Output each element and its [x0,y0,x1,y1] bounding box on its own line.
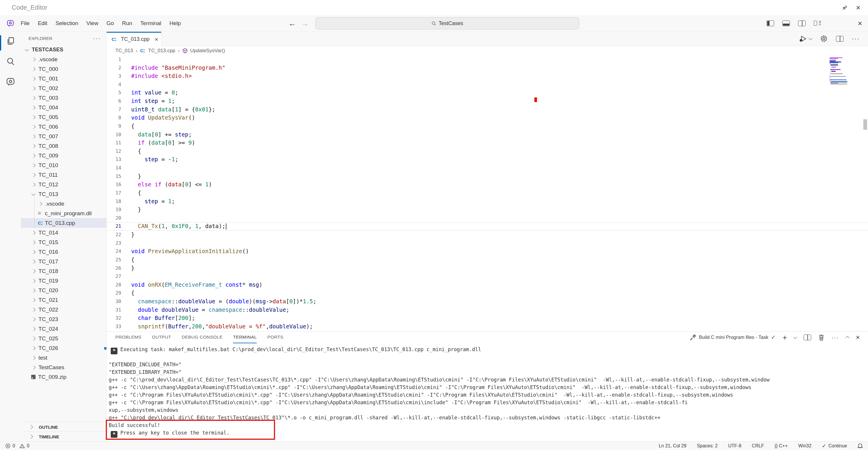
code-editor[interactable]: 12#include "BaseMiniProgram.h"3#include … [106,55,868,331]
tree-item-testcases[interactable]: TestCases [21,363,106,372]
status-item-continue[interactable]: ✓Continue [822,443,847,449]
sidebar-section-timeline[interactable]: TIMELINE [21,432,106,441]
tree-item-tc-022[interactable]: TC_022 [21,305,106,314]
new-terminal-icon[interactable]: + [783,334,787,341]
code-line-19[interactable]: 19 } [106,206,868,214]
pin-icon[interactable] [842,5,847,10]
split-editor-icon[interactable] [836,36,843,42]
status-item-ln-21-col-29[interactable]: Ln 21, Col 29 [659,443,686,449]
tree-item-tc-020[interactable]: TC_020 [21,285,106,295]
panel-tab-ports[interactable]: PORTS [267,332,283,343]
tree-item-tc-025[interactable]: TC_025 [21,334,106,343]
code-line-10[interactable]: 10 data[0] += step; [106,131,868,139]
tree-item-tc-010[interactable]: TC_010 [21,161,106,170]
split-terminal-icon[interactable] [804,335,811,340]
status-item-utf-8[interactable]: UTF-8 [728,443,741,449]
menu-terminal[interactable]: Terminal [136,20,165,27]
code-line-25[interactable]: 25{ [106,256,868,264]
tree-item-tc-013-cpp[interactable]: C++TC_013.cpp [21,218,106,228]
tree-item-tc-009[interactable]: TC_009 [21,151,106,161]
tree-item-tc-024[interactable]: TC_024 [21,324,106,334]
tree-item-tc-017[interactable]: TC_017 [21,257,106,266]
window-close-icon[interactable]: × [856,4,861,11]
command-search-input[interactable]: TestCases [315,17,579,29]
menu-selection[interactable]: Selection [51,20,82,27]
notifications-bell-icon[interactable] [858,443,863,449]
breadcrumb-item[interactable]: TC_013.cpp [148,48,176,54]
tree-item-tc-013[interactable]: TC_013 [21,189,106,199]
task-status[interactable]: Build C mini Program files - Task ✓ [689,334,776,341]
toggle-panel-icon[interactable] [782,21,790,26]
tree-item-tc-015[interactable]: TC_015 [21,237,106,247]
panel-more-icon[interactable]: ··· [832,335,839,340]
code-line-22[interactable]: 22} [106,231,868,239]
tree-item-test[interactable]: test [21,353,106,363]
kill-terminal-trash-icon[interactable] [818,334,825,341]
code-line-24[interactable]: 24void PreviewApplicationInitialize() [106,247,868,256]
maximize-panel-icon[interactable] [845,336,849,340]
nav-forward-icon[interactable]: → [301,20,309,27]
menu-file[interactable]: File [17,20,34,27]
code-line-21[interactable]: 21 CAN_Tx(1, 0x1F0, 1, data); [106,222,868,231]
tree-item-tc-004[interactable]: TC_004 [21,103,106,112]
run-debug-icon[interactable] [799,35,812,43]
tree-item-tc-026[interactable]: TC_026 [21,343,106,353]
code-line-9[interactable]: 9{ [106,122,868,131]
code-line-28[interactable]: 28void onRX(EM_ReceiveFrame_t const* msg… [106,281,868,289]
search-icon[interactable] [6,57,15,66]
panel-tab-debug-console[interactable]: DEBUG CONSOLE [182,332,222,343]
tree-item-tc-002[interactable]: TC_002 [21,83,106,93]
split-editor-layout-icon[interactable] [798,21,806,26]
menu-edit[interactable]: Edit [34,20,52,27]
code-line-5[interactable]: 5int value = 0; [106,89,868,97]
tree-item-tc-012[interactable]: TC_012 [21,180,106,189]
code-line-6[interactable]: 6int step = 1; [106,97,868,106]
tree-item-tc-018[interactable]: TC_018 [21,266,106,276]
nav-back-icon[interactable]: ← [288,20,296,27]
explorer-more-actions-icon[interactable]: ··· [93,35,101,42]
code-line-29[interactable]: 29{ [106,289,868,298]
code-line-11[interactable]: 11 if (data[0] >= 9) [106,139,868,147]
code-line-1[interactable]: 1 [106,55,868,64]
code-line-27[interactable]: 27 [106,272,868,281]
tree-item-tc-016[interactable]: TC_016 [21,247,106,257]
tree-item-tc-019[interactable]: TC_019 [21,276,106,285]
panel-tab-problems[interactable]: PROBLEMS [115,332,141,343]
tree-item-c-mini-program-dll[interactable]: ≡c_mini_program.dll [21,208,106,218]
code-line-23[interactable]: 23 [106,239,868,248]
menu-run[interactable]: Run [118,20,136,27]
code-line-18[interactable]: 18 step = 1; [106,197,868,206]
code-line-2[interactable]: 2#include "BaseMiniProgram.h" [106,64,868,72]
menu-help[interactable]: Help [165,20,185,27]
toggle-sidebar-icon[interactable] [767,21,774,26]
tree-item-tc-003[interactable]: TC_003 [21,93,106,103]
tree-root-testcases[interactable]: TESTCASES [21,45,106,55]
status-item-crlf[interactable]: CRLF [752,443,764,449]
tree-item--vscode[interactable]: .vscode [21,55,106,64]
settings-gear-icon[interactable] [820,35,828,43]
tree-item-tc-000[interactable]: TC_000 [21,64,106,74]
problems-status[interactable]: 0 0 [5,443,29,449]
status-item--c-[interactable]: {} C++ [774,443,787,449]
tree-item-tc-001[interactable]: TC_001 [21,74,106,83]
extension-logo-icon[interactable] [6,77,15,87]
code-line-32[interactable]: 32 char Buffer[200]; [106,314,868,322]
close-panel-icon[interactable]: × [856,334,860,341]
status-item-spaces-2[interactable]: Spaces: 2 [697,443,718,449]
code-line-30[interactable]: 30 cnamespace::doubleValue = (double)(ms… [106,298,868,306]
close-icon[interactable]: × [858,20,862,27]
tree-item-tc-006[interactable]: TC_006 [21,122,106,132]
code-line-15[interactable]: 15 } [106,172,868,181]
tree-item-tc-009-zip[interactable]: TC_009.zip [21,372,106,382]
status-item-win32[interactable]: Win32 [798,443,811,449]
tree-item-tc-011[interactable]: TC_011 [21,170,106,180]
code-line-16[interactable]: 16 else if (data[0] <= 1) [106,180,868,189]
tree-item-tc-014[interactable]: TC_014 [21,228,106,237]
explorer-files-icon[interactable] [6,36,15,46]
code-line-33[interactable]: 33 snprintf(Buffer,200,"doubleValue = %f… [106,322,868,331]
sidebar-section-outline[interactable]: OUTLINE [21,422,106,432]
code-line-12[interactable]: 12 { [106,147,868,156]
code-line-26[interactable]: 26} [106,264,868,273]
code-line-14[interactable]: 14 [106,164,868,172]
code-line-3[interactable]: 3#include <stdio.h> [106,72,868,81]
